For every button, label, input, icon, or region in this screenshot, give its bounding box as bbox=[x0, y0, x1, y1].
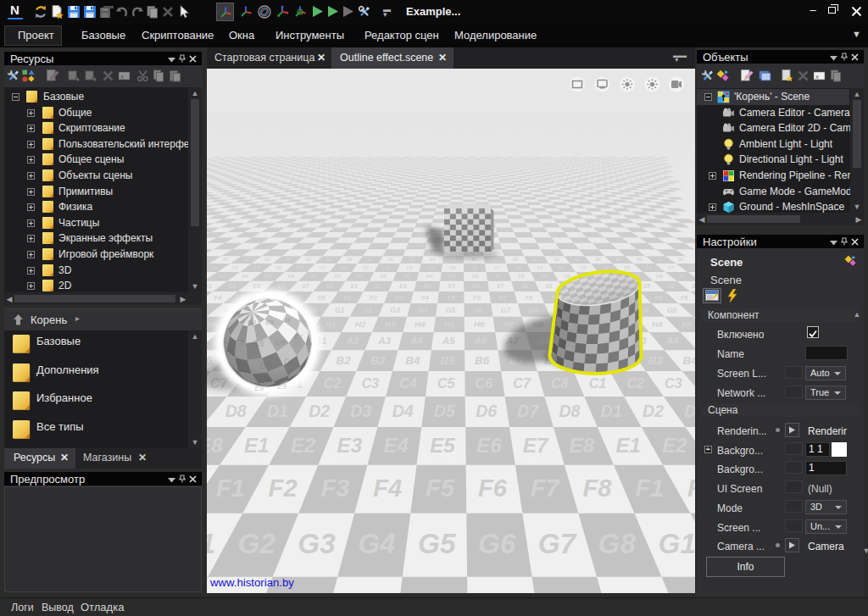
svg-text:G4: G4 bbox=[358, 528, 395, 559]
svg-text:F1: F1 bbox=[635, 474, 664, 502]
svg-text:F2: F2 bbox=[687, 474, 695, 502]
svg-text:F6: F6 bbox=[478, 474, 508, 502]
svg-text:F8: F8 bbox=[583, 474, 613, 502]
svg-text:x: x bbox=[815, 74, 819, 80]
svg-text:www.historian.by: www.historian.by bbox=[209, 576, 294, 589]
svg-text:F2: F2 bbox=[269, 474, 298, 502]
svg-text:G8: G8 bbox=[598, 528, 637, 559]
svg-text:G6: G6 bbox=[478, 528, 516, 559]
svg-text:F5: F5 bbox=[426, 474, 455, 502]
svg-text:F1: F1 bbox=[216, 474, 245, 502]
svg-text:F4: F4 bbox=[373, 474, 402, 502]
svg-text:x: x bbox=[120, 74, 124, 80]
svg-text:G1: G1 bbox=[658, 528, 695, 559]
svg-text:G2: G2 bbox=[237, 528, 275, 559]
svg-text:F7: F7 bbox=[531, 474, 561, 502]
svg-text:G5: G5 bbox=[418, 528, 456, 559]
svg-text:G3: G3 bbox=[298, 528, 336, 559]
svg-text:F3: F3 bbox=[320, 474, 349, 502]
svg-text:G7: G7 bbox=[538, 528, 577, 559]
svg-text:G1: G1 bbox=[207, 528, 215, 559]
